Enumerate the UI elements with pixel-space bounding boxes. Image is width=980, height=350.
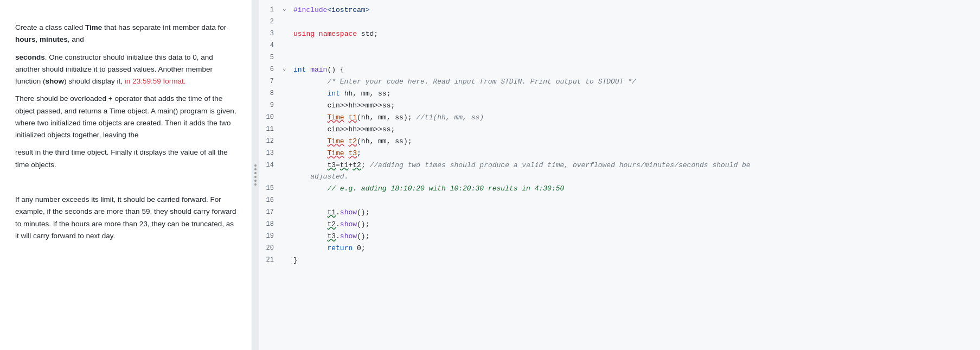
line-content (291, 16, 980, 17)
fold-button (283, 254, 291, 264)
fold-button (283, 124, 291, 133)
fold-button (283, 183, 291, 193)
code-line-10[interactable]: 10 Time t1(hh, mm, ss); //t1(hh, mm, ss) (259, 112, 980, 124)
line-content: Time t1(hh, mm, ss); //t1(hh, mm, ss) (291, 112, 980, 124)
line-content: Time t3; (291, 148, 980, 160)
line-number: 10 (259, 112, 283, 123)
line-content: // e.g. adding 18:10:20 with 10:20:30 re… (291, 183, 980, 195)
problem-description: Create a class called Time that has sepa… (0, 0, 252, 350)
line-content: using namespace std; (291, 28, 980, 40)
line-number: 6 (259, 64, 283, 75)
line-content: cin>>hh>>mm>>ss; (291, 124, 980, 136)
line-number: 15 (259, 183, 283, 194)
line-content: #include<iostream> (291, 4, 980, 16)
line-content: Time t2(hh, mm, ss); (291, 136, 980, 148)
line-number: 8 (259, 88, 283, 99)
code-line-3[interactable]: 3 using namespace std; (259, 28, 980, 40)
fold-button (283, 219, 291, 228)
code-line-19[interactable]: 19 t3.show(); (259, 231, 980, 243)
line-number: 12 (259, 136, 283, 147)
fold-button[interactable]: ⌄ (283, 64, 291, 74)
code-line-13[interactable]: 13 Time t3; (259, 148, 980, 160)
line-content: t3.show(); (291, 231, 980, 243)
code-line-15[interactable]: 15 // e.g. adding 18:10:20 with 10:20:30… (259, 183, 980, 195)
line-content (291, 40, 980, 41)
fold-button (283, 76, 291, 86)
code-line-14[interactable]: 14 t3=t1+t2; //adding two times should p… (259, 160, 980, 183)
fold-button[interactable]: ⌄ (283, 4, 291, 14)
line-number: 21 (259, 254, 283, 265)
line-number: 2 (259, 16, 283, 27)
description-p2: seconds. One constructor should initiali… (15, 52, 236, 88)
line-content: return 0; (291, 243, 980, 254)
code-line-8[interactable]: 8 int hh, mm, ss; (259, 88, 980, 100)
code-line-4[interactable]: 4 (259, 40, 980, 52)
line-content: cin>>hh>>mm>>ss; (291, 100, 980, 112)
line-number: 18 (259, 219, 283, 230)
line-content: int hh, mm, ss; (291, 88, 980, 100)
code-line-12[interactable]: 12 Time t2(hh, mm, ss); (259, 136, 980, 148)
line-number: 17 (259, 207, 283, 218)
fold-button (283, 243, 291, 252)
panel-divider[interactable] (252, 0, 259, 350)
fold-button (283, 40, 291, 50)
code-line-20[interactable]: 20 return 0; (259, 243, 980, 254)
code-line-5[interactable]: 5 (259, 52, 980, 64)
description-p5: If any number exceeds its limit, it shou… (15, 194, 236, 242)
line-content: t3=t1+t2; //adding two times should prod… (291, 160, 980, 183)
description-spacer (15, 176, 236, 188)
line-number: 16 (259, 195, 283, 206)
code-line-2[interactable]: 2 (259, 16, 980, 28)
line-number: 9 (259, 100, 283, 111)
line-number: 20 (259, 243, 283, 253)
code-line-6[interactable]: 6 ⌄ int main() { (259, 64, 980, 76)
fold-button (283, 136, 291, 145)
fold-button (283, 16, 291, 26)
code-line-11[interactable]: 11 cin>>hh>>mm>>ss; (259, 124, 980, 136)
fold-button (283, 195, 291, 205)
code-line-17[interactable]: 17 t1.show(); (259, 207, 980, 219)
line-number: 7 (259, 76, 283, 87)
line-content: int main() { (291, 64, 980, 76)
line-number: 3 (259, 28, 283, 39)
line-number: 1 (259, 4, 283, 15)
fold-button (283, 28, 291, 38)
fold-button (283, 160, 291, 169)
line-number: 11 (259, 124, 283, 135)
line-content: } (291, 254, 980, 266)
fold-button (283, 148, 291, 157)
line-number: 19 (259, 231, 283, 241)
line-content: t2.show(); (291, 219, 980, 231)
line-number: 13 (259, 148, 283, 158)
fold-button (283, 207, 291, 217)
fold-button (283, 100, 291, 110)
line-number: 14 (259, 160, 283, 170)
line-content (291, 195, 980, 195)
line-content (291, 52, 980, 53)
fold-button (283, 112, 291, 122)
line-content: /* Enter your code here. Read input from… (291, 76, 980, 88)
code-editor[interactable]: 1 ⌄ #include<iostream> 2 3 using namespa… (259, 0, 980, 350)
code-line-7[interactable]: 7 /* Enter your code here. Read input fr… (259, 76, 980, 88)
code-line-9[interactable]: 9 cin>>hh>>mm>>ss; (259, 100, 980, 112)
code-line-16[interactable]: 16 (259, 195, 980, 207)
code-line-18[interactable]: 18 t2.show(); (259, 219, 980, 231)
code-line-21[interactable]: 21 } (259, 254, 980, 266)
code-line-1[interactable]: 1 ⌄ #include<iostream> (259, 4, 980, 16)
line-content: t1.show(); (291, 207, 980, 219)
fold-button (283, 52, 291, 62)
description-p1: Create a class called Time that has sepa… (15, 22, 236, 46)
code-editor-panel[interactable]: 1 ⌄ #include<iostream> 2 3 using namespa… (259, 0, 980, 350)
description-p3: There should be overloaded + operator th… (15, 93, 236, 141)
fold-button (283, 231, 291, 240)
description-p4: result in the third time object. Finally… (15, 147, 236, 171)
fold-button (283, 88, 291, 98)
line-number: 5 (259, 52, 283, 63)
line-number: 4 (259, 40, 283, 51)
divider-handle (254, 164, 257, 186)
